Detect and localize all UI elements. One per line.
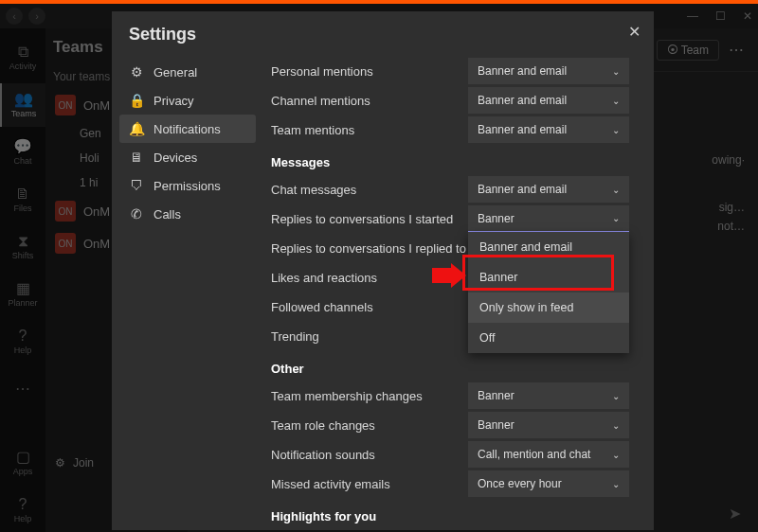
dropdown-option[interactable]: Banner and email — [468, 232, 629, 262]
chevron-down-icon: ⌄ — [612, 391, 620, 401]
chevron-down-icon: ⌄ — [612, 213, 620, 223]
dropdown-value: Banner and email — [478, 123, 567, 136]
sidebar-item-label: Notifications — [153, 122, 221, 136]
chevron-down-icon: ⌄ — [612, 125, 620, 135]
chevron-down-icon: ⌄ — [612, 96, 620, 106]
sidebar-item-label: Privacy — [153, 94, 194, 108]
sidebar-item-general[interactable]: ⚙General — [119, 58, 256, 86]
dropdown-open[interactable]: Banner⌄ — [468, 205, 629, 232]
setting-label: Team membership changes — [271, 389, 468, 403]
dropdown[interactable]: Banner and email⌄ — [468, 58, 629, 84]
dropdown[interactable]: Call, mention and chat⌄ — [468, 441, 629, 468]
section-heading: Other — [271, 362, 629, 376]
chevron-down-icon: ⌄ — [612, 479, 620, 489]
section-heading: Highlights for you — [271, 509, 629, 523]
settings-title: Settings — [112, 11, 654, 52]
section-heading: Messages — [271, 155, 629, 169]
dropdown-option[interactable]: Off — [468, 323, 629, 353]
sidebar-item-privacy[interactable]: 🔒Privacy — [119, 86, 256, 115]
setting-label: Team role changes — [271, 418, 468, 433]
dropdown-list: Banner and email Banner Only show in fee… — [468, 232, 629, 353]
dropdown-value: Banner and email — [478, 94, 567, 107]
phone-icon: ✆ — [129, 206, 144, 222]
dropdown[interactable]: Banner and email⌄ — [468, 87, 629, 114]
sidebar-item-permissions[interactable]: ⛉Permissions — [119, 171, 256, 200]
lock-icon: 🔒 — [129, 93, 144, 108]
sidebar-item-devices[interactable]: 🖥Devices — [119, 143, 256, 171]
chevron-down-icon: ⌄ — [612, 420, 620, 431]
gear-icon: ⚙ — [129, 64, 144, 80]
setting-label: Channel mentions — [271, 94, 468, 108]
dropdown[interactable]: Once every hour⌄ — [468, 470, 629, 497]
setting-label: Missed activity emails — [271, 477, 468, 491]
dropdown-value: Banner — [478, 389, 514, 402]
sidebar-item-label: Devices — [153, 151, 197, 165]
sidebar-item-notifications[interactable]: 🔔Notifications — [119, 115, 256, 143]
dropdown-value: Call, mention and chat — [478, 448, 590, 461]
dropdown-option-only-show-in-feed[interactable]: Only show in feed — [468, 293, 629, 323]
settings-modal: ✕ Settings ⚙General 🔒Privacy 🔔Notificati… — [112, 11, 654, 530]
key-icon: ⛉ — [129, 178, 144, 193]
chevron-down-icon: ⌄ — [612, 185, 620, 195]
dropdown-value: Banner and email — [478, 183, 567, 196]
close-button[interactable]: ✕ — [628, 23, 641, 41]
setting-label: Personal mentions — [271, 64, 468, 79]
sidebar-item-label: Calls — [153, 207, 181, 222]
sidebar-item-calls[interactable]: ✆Calls — [119, 200, 256, 228]
dropdown[interactable]: Banner⌄ — [468, 412, 629, 438]
bell-icon: 🔔 — [129, 121, 144, 136]
device-icon: 🖥 — [129, 150, 144, 165]
chevron-down-icon: ⌄ — [612, 450, 620, 460]
settings-sidebar: ⚙General 🔒Privacy 🔔Notifications 🖥Device… — [112, 52, 263, 530]
setting-label: Notification sounds — [271, 448, 468, 462]
chevron-down-icon: ⌄ — [612, 66, 620, 77]
dropdown[interactable]: Banner⌄ — [468, 382, 629, 409]
dropdown[interactable]: Banner and email⌄ — [468, 176, 629, 203]
sidebar-item-label: General — [153, 65, 197, 80]
dropdown-value: Banner — [478, 212, 514, 225]
dropdown-value: Banner and email — [478, 64, 567, 78]
setting-label: Chat messages — [271, 183, 468, 197]
dropdown-value: Banner — [478, 418, 514, 432]
setting-label: Team mentions — [271, 123, 468, 137]
settings-content: Personal mentionsBanner and email⌄ Chann… — [263, 52, 654, 530]
setting-label: Replies to conversations I started — [271, 212, 468, 226]
sidebar-item-label: Permissions — [153, 179, 221, 193]
dropdown[interactable]: Banner and email⌄ — [468, 116, 629, 143]
dropdown-option[interactable]: Banner — [468, 262, 629, 293]
dropdown-value: Once every hour — [478, 477, 562, 490]
